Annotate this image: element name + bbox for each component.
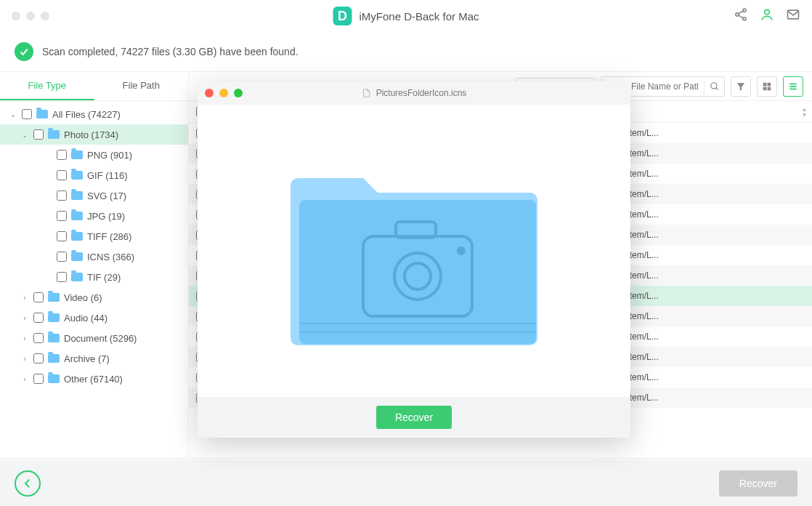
svg-point-7 bbox=[710, 82, 716, 88]
checkbox[interactable] bbox=[57, 190, 67, 201]
modal-close-icon[interactable] bbox=[205, 89, 214, 97]
folder-icon bbox=[48, 334, 60, 342]
svg-line-8 bbox=[715, 87, 718, 89]
mail-icon[interactable] bbox=[786, 7, 800, 25]
tree-label: Archive (7) bbox=[64, 353, 110, 364]
modal-fullscreen-icon[interactable] bbox=[234, 89, 243, 97]
search-icon[interactable] bbox=[704, 76, 724, 97]
traffic-lights bbox=[12, 12, 49, 20]
modal-filename: PicturesFolderIcon.icns bbox=[376, 88, 467, 98]
tree-tiff[interactable]: ›TIFF (286) bbox=[0, 226, 188, 246]
app-title: D iMyFone D-Back for Mac bbox=[333, 7, 479, 25]
filter-icon[interactable] bbox=[731, 76, 751, 97]
file-icon bbox=[362, 88, 372, 98]
svg-rect-10 bbox=[763, 82, 767, 86]
folder-icon bbox=[48, 293, 60, 302]
tree-gif[interactable]: ›GIF (116) bbox=[0, 165, 188, 185]
tree-label: Document (5296) bbox=[64, 333, 137, 344]
tree-label: TIFF (286) bbox=[87, 231, 131, 242]
recover-button-modal[interactable]: Recover bbox=[376, 406, 452, 429]
tree-label: TIF (29) bbox=[87, 272, 121, 283]
modal-minimize-icon[interactable] bbox=[219, 89, 228, 97]
tree-audio[interactable]: ›Audio (44) bbox=[0, 308, 188, 328]
preview-modal: PicturesFolderIcon.icns Recover bbox=[198, 81, 630, 438]
checkbox[interactable] bbox=[33, 374, 44, 384]
svg-line-3 bbox=[739, 11, 744, 14]
tree-label: All Files (74227) bbox=[52, 109, 121, 120]
svg-point-24 bbox=[458, 248, 464, 254]
folder-icon bbox=[36, 110, 48, 119]
folder-icon bbox=[48, 354, 60, 363]
tree-photo[interactable]: ⌄Photo (1734) bbox=[0, 124, 188, 145]
tree-label: JPG (19) bbox=[87, 211, 125, 222]
folder-icon bbox=[71, 252, 83, 261]
preview-image bbox=[198, 105, 630, 397]
folder-icon bbox=[71, 212, 83, 220]
folder-icon bbox=[71, 171, 83, 180]
checkbox[interactable] bbox=[57, 252, 67, 262]
grid-view-icon[interactable] bbox=[757, 76, 777, 97]
status-bar: Scan completed, 74227 files (3.30 GB) ha… bbox=[0, 32, 812, 72]
folder-icon bbox=[71, 150, 83, 159]
tree-svg[interactable]: ›SVG (17) bbox=[0, 185, 188, 206]
folder-icon bbox=[48, 130, 60, 139]
tree-tif[interactable]: ›TIF (29) bbox=[0, 267, 188, 287]
tab-file-type[interactable]: File Type bbox=[0, 72, 94, 100]
checkbox[interactable] bbox=[57, 231, 67, 241]
app-logo-icon: D bbox=[333, 7, 352, 25]
tree-label: PNG (901) bbox=[87, 150, 132, 161]
checkbox[interactable] bbox=[33, 353, 44, 364]
user-icon[interactable] bbox=[760, 7, 774, 25]
folder-icon bbox=[48, 374, 60, 383]
fullscreen-window-icon[interactable] bbox=[41, 12, 49, 20]
tree-png[interactable]: ›PNG (901) bbox=[0, 145, 188, 165]
tree-icns[interactable]: ›ICNS (366) bbox=[0, 246, 188, 267]
folder-icon bbox=[71, 273, 83, 281]
tree-document[interactable]: ›Document (5296) bbox=[0, 328, 188, 348]
checkbox[interactable] bbox=[33, 333, 44, 343]
checkbox[interactable] bbox=[33, 292, 44, 302]
tree-archive[interactable]: ›Archive (7) bbox=[0, 348, 188, 369]
tree-label: SVG (17) bbox=[87, 190, 126, 201]
titlebar: D iMyFone D-Back for Mac bbox=[0, 0, 812, 32]
checkbox[interactable] bbox=[57, 211, 67, 221]
checkbox[interactable] bbox=[33, 313, 44, 323]
sort-icon: ▴▾ bbox=[803, 106, 806, 118]
tab-file-path[interactable]: File Path bbox=[94, 72, 189, 100]
tree-label: Other (67140) bbox=[64, 374, 123, 385]
minimize-window-icon[interactable] bbox=[26, 12, 35, 20]
sidebar: File Type File Path ⌄All Files (74227) ⌄… bbox=[0, 72, 189, 457]
sidebar-tabs: File Type File Path bbox=[0, 72, 188, 101]
tree-other[interactable]: ›Other (67140) bbox=[0, 369, 188, 389]
checkbox[interactable] bbox=[57, 272, 67, 282]
tree-label: GIF (116) bbox=[87, 170, 128, 181]
pictures-folder-icon bbox=[283, 142, 545, 360]
app-title-text: iMyFone D-Back for Mac bbox=[359, 10, 479, 23]
tree-video[interactable]: ›Video (6) bbox=[0, 287, 188, 308]
tree-label: Photo (1734) bbox=[64, 129, 118, 140]
close-window-icon[interactable] bbox=[12, 12, 20, 20]
svg-rect-12 bbox=[763, 87, 767, 90]
folder-icon bbox=[71, 232, 83, 241]
tree-all-files[interactable]: ⌄All Files (74227) bbox=[0, 104, 188, 124]
checkbox[interactable] bbox=[22, 109, 32, 119]
share-icon[interactable] bbox=[734, 7, 748, 25]
success-check-icon bbox=[15, 42, 33, 61]
modal-titlebar: PicturesFolderIcon.icns bbox=[198, 81, 630, 105]
tree-label: Audio (44) bbox=[64, 313, 107, 324]
list-view-icon[interactable] bbox=[783, 76, 803, 97]
svg-marker-9 bbox=[737, 83, 745, 91]
svg-point-5 bbox=[765, 9, 770, 15]
checkbox[interactable] bbox=[57, 170, 67, 180]
tree-jpg[interactable]: ›JPG (19) bbox=[0, 206, 188, 226]
back-button[interactable] bbox=[15, 470, 41, 497]
footer: Recover bbox=[0, 461, 812, 506]
checkbox[interactable] bbox=[57, 150, 67, 160]
status-text: Scan completed, 74227 files (3.30 GB) ha… bbox=[42, 46, 299, 57]
svg-line-4 bbox=[739, 15, 744, 18]
checkbox[interactable] bbox=[33, 129, 44, 140]
tree-label: Video (6) bbox=[64, 292, 102, 303]
tree-label: ICNS (366) bbox=[87, 252, 134, 262]
recover-button-footer[interactable]: Recover bbox=[719, 470, 797, 497]
svg-rect-13 bbox=[768, 87, 771, 90]
